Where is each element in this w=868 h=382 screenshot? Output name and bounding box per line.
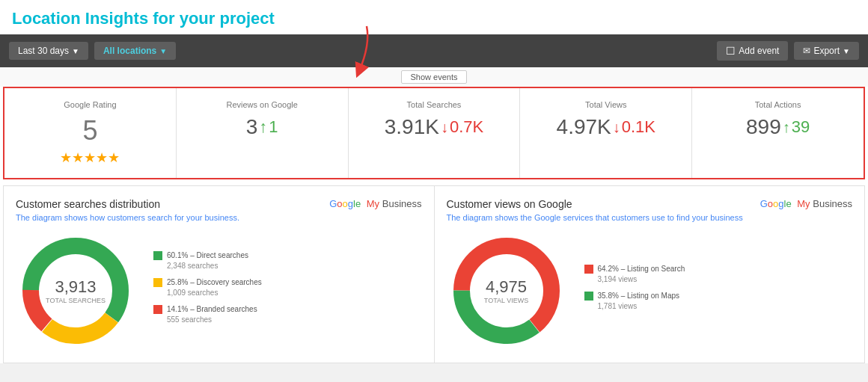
stat-card-reviews: Reviews on Google 3 ↑ 1 [177,88,349,178]
export-button[interactable]: ✉ Export ▼ [794,42,859,60]
toolbar-right: ☐ Add event ✉ Export ▼ [717,41,859,61]
up-arrow-icon: ↑ [783,119,790,136]
stat-card-actions: Total Actions 899 ↑ 39 [692,88,864,178]
chart-title-searches: Customer searches distribution [16,198,160,210]
donut-center-searches: 3,913 TOTAL SEARCHES [46,277,106,304]
stat-label-rating: Google Rating [10,100,170,109]
chart-panel-searches: Customer searches distribution Google My… [4,186,435,363]
chart-panel-views: Customer views on Google Google My Busin… [435,186,865,363]
stat-label-actions: Total Actions [698,100,858,109]
donut-center-views: 4,975 TOTAL VIEWS [484,277,528,304]
donut-area-searches: 3,913 TOTAL SEARCHES 60.1% – Direct sear… [16,231,422,351]
google-my-business-logo-searches: Google My Business [329,198,421,209]
legend-color-direct [153,251,162,260]
charts-row: Customer searches distribution Google My… [3,185,865,363]
stat-card-views: Total Views 4.97K ↓ 0.1K [520,88,692,178]
add-event-icon: ☐ [726,45,736,57]
down-arrow-icon: ↓ [613,119,620,136]
stat-value-views: 4.97K ↓ 0.1K [526,115,685,139]
period-selector[interactable]: Last 30 days ▼ [9,42,88,60]
stat-card-rating: Google Rating 5 ★★★★★ [4,88,177,178]
legend-color-maps [584,292,593,301]
legend-item: 64.2% – Listing on Search 3,194 views [584,264,685,285]
legend-color-search [584,265,593,274]
legend-searches: 60.1% – Direct searches 2,348 searches 2… [153,250,262,331]
chevron-down-icon: ▼ [843,47,850,55]
toolbar-left: Last 30 days ▼ All locations ▼ [9,42,176,60]
legend-color-discovery [153,278,162,287]
add-event-button[interactable]: ☐ Add event [717,41,788,61]
legend-item: 35.8% – Listing on Maps 1,781 views [584,291,685,312]
chart-header-views: Customer views on Google Google My Busin… [447,198,853,210]
legend-views: 64.2% – Listing on Search 3,194 views 35… [584,264,685,318]
stat-card-searches: Total Searches 3.91K ↓ 0.7K [349,88,521,178]
stat-value-rating: 5 [10,115,170,147]
legend-item: 60.1% – Direct searches 2,348 searches [153,250,262,271]
donut-chart-views: 4,975 TOTAL VIEWS [447,231,566,351]
stat-value-actions: 899 ↑ 39 [698,115,858,139]
donut-area-views: 4,975 TOTAL VIEWS 64.2% – Listing on Sea… [447,231,853,351]
stat-value-searches: 3.91K ↓ 0.7K [355,115,514,139]
toolbar: Last 30 days ▼ All locations ▼ ☐ Add eve… [0,34,868,67]
annotation-area: Show events [0,67,868,87]
export-icon: ✉ [803,46,810,56]
legend-item: 25.8% – Discovery searches 1,009 searche… [153,277,262,298]
chevron-down-icon: ▼ [72,47,79,55]
locations-selector[interactable]: All locations ▼ [94,42,176,60]
legend-color-branded [153,305,162,314]
stats-row: Google Rating 5 ★★★★★ Reviews on Google … [3,87,865,179]
title-prefix: Location Insights for [12,9,180,28]
page-wrapper: Location Insights for your project Last … [0,0,868,363]
down-arrow-icon: ↓ [441,119,448,136]
stat-stars: ★★★★★ [10,150,170,166]
stat-label-reviews: Reviews on Google [183,100,342,109]
chevron-down-icon: ▼ [159,47,167,55]
donut-chart-searches: 3,913 TOTAL SEARCHES [16,231,135,351]
chart-title-views: Customer views on Google [447,198,572,210]
page-title: Location Insights for your project [0,0,868,34]
stat-label-searches: Total Searches [355,100,514,109]
chart-desc-searches: The diagram shows how customers search f… [16,213,422,222]
stat-label-views: Total Views [526,100,685,109]
chart-header-searches: Customer searches distribution Google My… [16,198,422,210]
stat-value-reviews: 3 ↑ 1 [183,115,342,139]
google-my-business-logo-views: Google My Business [760,198,852,209]
title-highlight: your project [180,9,275,28]
show-events-button[interactable]: Show events [401,70,468,84]
legend-item: 14.1% – Branded searches 555 searches [153,304,262,325]
up-arrow-icon: ↑ [259,117,267,137]
show-events-bar: Show events [0,67,868,87]
chart-desc-views: The diagram shows the Google services th… [447,213,853,222]
